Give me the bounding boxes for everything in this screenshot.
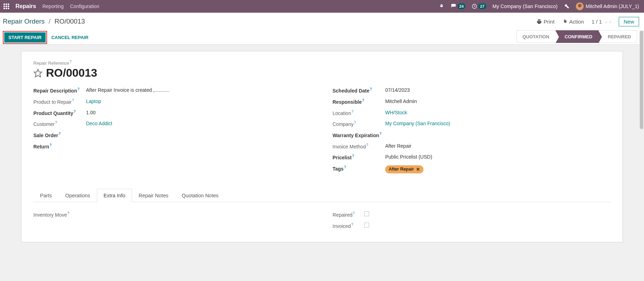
value-pricelist: Public Pricelist (USD) xyxy=(385,154,432,160)
form-sheet: Repair Reference? RO/00013 Repair Descri… xyxy=(21,51,623,242)
highlight-box: START REPAIR xyxy=(3,31,47,44)
breadcrumb-current: RO/00013 xyxy=(54,18,85,25)
label-location: Location? xyxy=(333,110,385,116)
svg-rect-3 xyxy=(4,6,5,7)
notebook-tabs: Parts Operations Extra Info Repair Notes… xyxy=(33,189,611,202)
value-tags: After Repair ✕ xyxy=(385,165,423,173)
new-button[interactable]: New xyxy=(619,17,639,26)
help-icon[interactable]: ? xyxy=(380,132,382,136)
user-menu[interactable]: Mitchell Admin (JULY_1) xyxy=(576,2,639,10)
value-location[interactable]: WH/Stock xyxy=(385,110,407,115)
tab-parts[interactable]: Parts xyxy=(33,189,59,202)
cancel-repair-button[interactable]: CANCEL REPAIR xyxy=(47,32,93,43)
menu-configuration[interactable]: Configuration xyxy=(70,4,99,9)
value-repair-description: After Repair Invoice is created ,.......… xyxy=(86,87,170,93)
help-icon[interactable]: ? xyxy=(366,143,368,147)
label-pricelist: Pricelist? xyxy=(333,154,385,160)
help-icon[interactable]: ? xyxy=(352,154,354,158)
help-icon[interactable]: ? xyxy=(362,98,364,102)
activities-icon[interactable]: 27 xyxy=(472,4,486,9)
breadcrumb: Repair Orders / RO/00013 xyxy=(3,18,85,25)
label-repair-description: Repair Description? xyxy=(33,87,86,94)
action-button[interactable]: Action xyxy=(562,19,584,25)
label-return: Return? xyxy=(33,143,86,149)
checkbox-repaired[interactable] xyxy=(364,211,369,216)
pager-next-icon[interactable]: › xyxy=(609,19,611,25)
svg-rect-0 xyxy=(4,4,5,5)
scrollbar[interactable] xyxy=(639,31,644,281)
value-product-quantity: 1.00 xyxy=(86,110,96,115)
status-confirmed[interactable]: CONFIRMED xyxy=(556,30,599,43)
tab-extra-info[interactable]: Extra Info xyxy=(97,189,132,202)
top-navbar: Repairs Reporting Configuration 24 27 My… xyxy=(0,0,644,13)
value-customer[interactable]: Deco Addict xyxy=(86,121,112,126)
svg-rect-5 xyxy=(8,6,9,7)
help-icon[interactable]: ? xyxy=(72,98,74,102)
svg-rect-2 xyxy=(8,4,9,5)
svg-rect-7 xyxy=(6,8,7,9)
help-icon[interactable]: ? xyxy=(351,110,354,114)
help-icon[interactable]: ? xyxy=(77,87,79,91)
breadcrumb-parent[interactable]: Repair Orders xyxy=(3,18,45,25)
svg-marker-10 xyxy=(34,69,42,77)
value-product-to-repair[interactable]: Laptop xyxy=(86,98,101,104)
checkbox-invoiced[interactable] xyxy=(364,223,369,228)
help-icon[interactable]: ? xyxy=(351,223,353,226)
label-inventory-move: Inventory Move? xyxy=(33,211,86,218)
scrollbar-thumb[interactable] xyxy=(640,31,643,129)
app-name[interactable]: Repairs xyxy=(15,3,36,9)
status-repaired[interactable]: REPAIRED xyxy=(599,30,637,43)
start-repair-button[interactable]: START REPAIR xyxy=(4,32,46,43)
svg-rect-8 xyxy=(8,8,9,9)
bug-icon[interactable] xyxy=(439,3,444,9)
help-icon[interactable]: ? xyxy=(67,211,70,215)
pager-prev-icon[interactable]: ‹ xyxy=(605,19,607,25)
record-title: RO/00013 xyxy=(46,66,97,79)
company-selector[interactable]: My Company (San Francisco) xyxy=(493,4,558,9)
avatar xyxy=(576,2,584,10)
label-warranty-expiration: Warranty Expiration? xyxy=(333,132,385,138)
tools-icon[interactable] xyxy=(564,3,570,10)
tag-chip[interactable]: After Repair ✕ xyxy=(385,165,423,173)
help-icon[interactable]: ? xyxy=(344,165,346,169)
menu-reporting[interactable]: Reporting xyxy=(42,4,64,9)
tab-content-extra-info: Inventory Move? Repaired? Invoiced? xyxy=(33,202,611,234)
label-invoice-method: Invoice Method? xyxy=(333,143,385,149)
svg-rect-4 xyxy=(6,6,7,7)
help-icon[interactable]: ? xyxy=(353,211,355,215)
tab-repair-notes[interactable]: Repair Notes xyxy=(132,189,175,202)
star-icon[interactable] xyxy=(33,69,42,78)
label-invoiced: Invoiced? xyxy=(333,223,364,229)
pager-text[interactable]: 1 / 1 xyxy=(592,19,602,25)
value-responsible: Mitchell Admin xyxy=(385,98,417,104)
repair-ref-label: Repair Reference? xyxy=(33,60,611,66)
value-scheduled-date: 07/14/2023 xyxy=(385,87,410,93)
help-icon[interactable]: ? xyxy=(74,110,76,114)
label-sale-order: Sale Order? xyxy=(33,132,86,138)
help-icon[interactable]: ? xyxy=(50,143,52,147)
tag-remove-icon[interactable]: ✕ xyxy=(416,167,420,172)
help-icon[interactable]: ? xyxy=(59,132,61,136)
label-product-to-repair: Product to Repair? xyxy=(33,98,86,105)
value-company[interactable]: My Company (San Francisco) xyxy=(385,121,450,126)
label-company: Company? xyxy=(333,121,385,127)
messages-badge: 24 xyxy=(458,4,465,9)
help-icon[interactable]: ? xyxy=(354,121,356,124)
help-icon[interactable]: ? xyxy=(55,121,57,124)
label-repaired: Repaired? xyxy=(333,211,364,218)
messages-icon[interactable]: 24 xyxy=(451,4,465,9)
print-button[interactable]: Print xyxy=(537,19,554,25)
status-bar: QUOTATION CONFIRMED REPAIRED xyxy=(517,30,637,43)
value-invoice-method: After Repair xyxy=(385,143,412,149)
right-column: Scheduled Date? 07/14/2023 Responsible? … xyxy=(333,87,611,178)
label-responsible: Responsible? xyxy=(333,98,385,105)
tab-operations[interactable]: Operations xyxy=(59,189,97,202)
tab-quotation-notes[interactable]: Quotation Notes xyxy=(175,189,225,202)
help-icon[interactable]: ? xyxy=(70,60,72,64)
label-tags: Tags? xyxy=(333,165,385,172)
user-name: Mitchell Admin (JULY_1) xyxy=(586,4,639,9)
help-icon[interactable]: ? xyxy=(370,87,372,91)
status-quotation[interactable]: QUOTATION xyxy=(517,30,556,43)
apps-icon[interactable] xyxy=(4,4,9,9)
label-product-quantity: Product Quantity? xyxy=(33,110,86,116)
